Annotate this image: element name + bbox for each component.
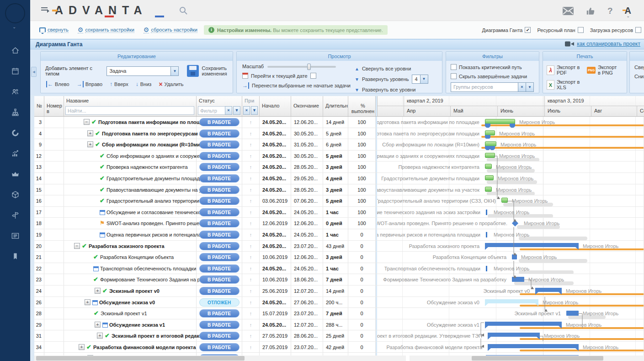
status-badge[interactable]: В РАБОТЕ [199,152,240,160]
sidebar-item-analytics[interactable] [0,143,30,164]
help-icon[interactable]: ? [607,6,613,16]
table-row[interactable]: 21✔Разработка Концепции объектаВ РАБОТЕ↑… [34,252,644,263]
status-badge[interactable]: В РАБОТЕ [199,118,240,126]
table-row[interactable]: 17Обсуждение и согласование технического… [34,207,644,218]
checkbox-unchecked[interactable] [451,64,457,70]
table-row[interactable]: 23✔Формирование Технического Задания на … [34,274,644,286]
table-row[interactable]: 19Оценка первичных рисков и потенциала п… [34,229,644,241]
table-row[interactable]: 24+✔Эскизный проект v0В РАБОТЕ↑25.06.201… [34,286,644,297]
expand-level[interactable]: ▼Развернуть уровень 4▼ [355,75,442,84]
checkbox-unchecked[interactable] [451,73,457,79]
expand-toggle[interactable]: + [95,322,101,328]
gantt-bar[interactable] [512,254,517,259]
reset-settings-button[interactable]: ⚙сбросить настройки [144,27,197,33]
gantt-bar[interactable] [535,288,562,292]
status-filter-input[interactable] [198,106,225,115]
scrollbar-thumb[interactable] [36,356,245,361]
table-row[interactable]: 3−✔Подготовка пакета информации по площа… [34,117,644,128]
move-left-button[interactable]: ←Влево [46,81,69,87]
table-row[interactable]: 29+Обсуждение эскиза v1В РАБОТЕ↑24.05.20… [34,319,644,331]
toggle-gantt[interactable]: Диаграмма Ганта✔ [482,27,531,33]
gantt-bar[interactable] [488,333,540,337]
thumbs-up-icon[interactable] [585,6,596,16]
task-name-cell[interactable]: Обсуждение и согласование технического з… [64,207,197,218]
move-up-button[interactable]: ↑Вверх [110,81,128,87]
zoom-slider[interactable] [267,66,336,68]
show-critical-path[interactable]: Показать критический путь [451,64,539,70]
table-row[interactable]: 4+✔Подготовка пакета по энергоресурсам п… [34,128,644,140]
task-name-cell[interactable]: +✔Эскизный проект в итоговой редакции. У… [64,330,197,341]
expand-all-levels[interactable]: ▼Развернуть все уровни [355,87,442,92]
gantt-bar[interactable] [486,266,487,271]
checkbox-checked[interactable]: ✔ [525,27,531,33]
task-name-cell[interactable]: ⚑SWOT-анализ проведен. Принято решение о… [64,218,197,229]
clear-x-icon[interactable]: × [518,83,526,92]
clear-filter-icon[interactable]: × [225,106,232,115]
sidebar-item-bookmarks[interactable] [0,246,30,267]
gantt-bar[interactable] [485,299,538,303]
position-top-option[interactable]: Сверху [630,61,644,70]
status-badge[interactable]: В РАБОТЕ [199,332,240,340]
sidebar-item-home[interactable] [0,40,30,61]
sidebar-item-news[interactable] [0,226,30,246]
gantt-bar[interactable] [486,232,487,237]
gantt-bar[interactable] [501,198,508,203]
task-name-cell[interactable]: +✔Сбор информации по локации (R=10мин) [64,139,197,150]
gantt-bar[interactable] [485,322,562,326]
save-changes-button[interactable]: Сохранить изменения [202,65,233,76]
expand-toggle[interactable]: − [84,119,90,125]
task-name-cell[interactable]: +✔Подготовка пакета по энергоресурсам пл… [64,128,197,139]
position-bottom-option[interactable]: Снизу [630,70,644,79]
collapse-toolbar-arrow[interactable]: ◄ [31,67,37,77]
table-hscrollbar[interactable] [34,356,406,361]
gantt-bar[interactable] [485,175,494,180]
expand-toggle[interactable]: + [97,333,103,339]
status-badge[interactable]: В РАБОТЕ [199,264,240,273]
status-badge[interactable]: В РАБОТЕ [199,197,240,205]
table-row[interactable]: 18⚑SWOT-анализ проведен. Принято решение… [34,218,644,229]
chevron-down-icon[interactable]: ▼ [526,83,533,92]
table-row[interactable]: 26+Обсуждение эскиза v0ОТЛОЖЕН↑24.05.20.… [34,297,644,308]
avatar-chevron-down-icon[interactable]: ⌄ [12,24,16,29]
table-row[interactable]: 34+✔Разработка финансовой модели проекта… [34,342,644,353]
status-badge[interactable]: В РАБОТЕ [199,208,240,216]
sidebar-item-milestones[interactable] [0,205,30,226]
status-badge[interactable]: В РАБОТЕ [199,321,240,329]
goto-current-date[interactable]: Перейти к текущей дате [242,73,352,79]
table-row[interactable]: 16✔Градостроительный анализ территории (… [34,195,644,207]
sidebar-item-users[interactable] [0,81,30,102]
sidebar-item-progress[interactable] [0,123,30,143]
advanta-mini-logo-icon[interactable]: A⌄ [625,5,631,16]
gantt-bar[interactable] [512,277,524,282]
mail-icon[interactable] [563,7,574,15]
chevron-down-icon[interactable]: ▼ [170,67,178,75]
expand-toggle[interactable]: + [87,130,93,136]
collapse-all-levels[interactable]: ▲Свернуть все уровни [355,66,442,71]
gantt-bar[interactable] [485,153,495,158]
table-row[interactable]: 9+✔Сбор информации по локации (R=10мин)В… [34,139,644,151]
gantt-hscrollbar[interactable] [410,356,644,361]
status-badge[interactable]: В РАБОТЕ [199,309,240,318]
collapse-view-button[interactable]: свернуть [39,27,69,33]
gantt-bar[interactable] [488,344,579,348]
status-badge[interactable]: В РАБОТЕ [199,174,240,183]
task-name-cell[interactable]: ✔Разработка Концепции объекта [64,252,197,263]
element-type-select[interactable]: Задача▼ [106,66,179,76]
task-name-cell[interactable]: +Обсуждение эскиза v0 [64,297,197,308]
task-name-cell[interactable]: ✔Правоустанавливающие документы на участ… [64,184,197,195]
task-name-cell[interactable]: ✔Градостроительные документы площадки [64,173,197,184]
chevron-down-icon[interactable]: ▼ [233,106,240,115]
table-row[interactable]: 22Транспортная обеспеченность площадкиВ … [34,263,644,275]
toggle-resource-load[interactable]: Загрузка ресурсов [590,27,641,33]
status-badge[interactable]: В РАБОТЕ [199,275,240,284]
table-row[interactable]: 12✔Сбор информации о зданиях и сооружени… [34,151,644,162]
task-name-cell[interactable]: −✔Подготовка пакета информации по площад… [64,117,197,128]
name-filter-input[interactable] [65,106,194,115]
chevron-down-icon[interactable]: ▼ [251,106,258,115]
sidebar-item-goals[interactable] [0,164,30,184]
expand-toggle[interactable]: − [74,243,80,249]
status-badge[interactable]: ОТЛОЖЕН [199,298,240,307]
table-row[interactable]: 28✔Эскизный проект v1В РАБОТЕ↑15.07.2019… [34,308,644,319]
status-badge[interactable]: В РАБОТЕ [199,242,240,250]
status-badge[interactable]: В РАБОТЕ [199,219,240,227]
